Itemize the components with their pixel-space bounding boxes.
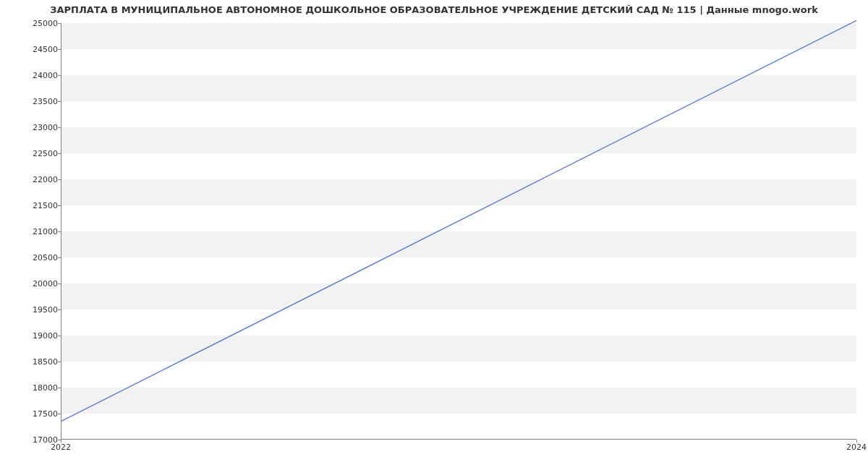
x-tick-label: 2024	[846, 443, 867, 452]
y-tick-label: 24500	[7, 45, 58, 54]
y-tick-mark	[58, 414, 61, 414]
chart-title: ЗАРПЛАТА В МУНИЦИПАЛЬНОЕ АВТОНОМНОЕ ДОШК…	[0, 4, 868, 15]
y-tick-mark	[58, 75, 61, 76]
y-tick-mark	[58, 362, 61, 362]
y-tick-label: 21500	[7, 201, 58, 210]
y-tick-mark	[58, 153, 61, 154]
y-tick-label: 22500	[7, 149, 58, 158]
y-tick-mark	[58, 179, 61, 180]
y-tick-label: 18500	[7, 357, 58, 367]
y-tick-label: 21000	[7, 227, 58, 236]
y-tick-mark	[58, 309, 61, 310]
x-tick-mark	[856, 440, 857, 443]
y-tick-mark	[58, 127, 61, 128]
series-line	[61, 20, 856, 421]
y-tick-label: 17500	[7, 409, 58, 419]
y-tick-label: 18000	[7, 383, 58, 393]
chart-container: ЗАРПЛАТА В МУНИЦИПАЛЬНОЕ АВТОНОМНОЕ ДОШК…	[0, 0, 868, 470]
y-tick-label: 20000	[7, 279, 58, 289]
y-tick-label: 19000	[7, 331, 58, 341]
y-tick-mark	[58, 101, 61, 102]
y-tick-mark	[58, 283, 61, 284]
y-tick-label: 22000	[7, 175, 58, 184]
y-tick-label: 23500	[7, 97, 58, 106]
y-tick-label: 19500	[7, 305, 58, 315]
x-tick-mark	[61, 440, 61, 443]
y-tick-label: 25000	[7, 19, 58, 28]
y-tick-mark	[58, 205, 61, 206]
y-tick-mark	[58, 49, 61, 50]
y-tick-mark	[58, 257, 61, 258]
line-series	[61, 23, 856, 440]
y-tick-label: 23000	[7, 123, 58, 132]
y-tick-mark	[58, 388, 61, 388]
y-tick-mark	[58, 336, 61, 336]
y-tick-mark	[58, 23, 61, 24]
x-tick-label: 2022	[51, 443, 71, 452]
y-tick-mark	[58, 231, 61, 232]
y-tick-label: 24000	[7, 71, 58, 80]
y-tick-label: 20500	[7, 253, 58, 262]
